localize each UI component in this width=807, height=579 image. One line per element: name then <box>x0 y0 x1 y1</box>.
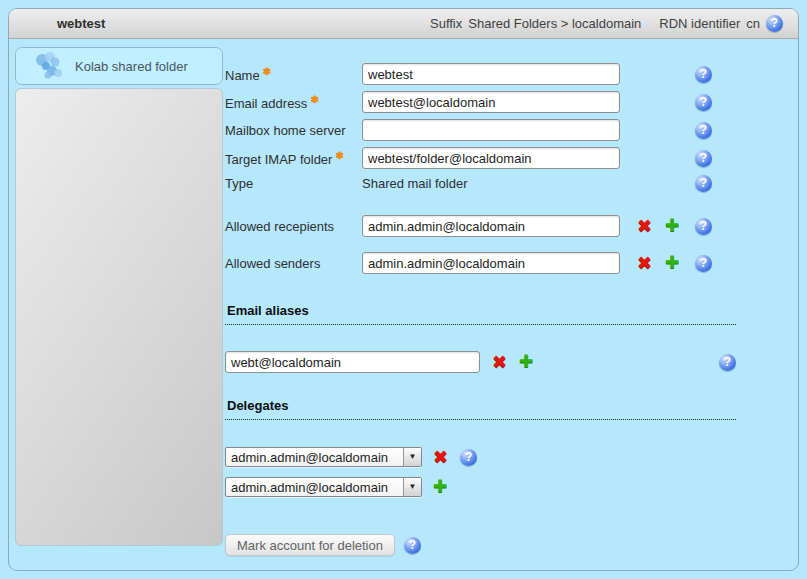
titlebar-info: Suffix Shared Folders > localdomain RDN … <box>430 15 783 32</box>
help-icon[interactable]: ? <box>695 255 712 272</box>
add-icon[interactable]: ✚ <box>665 254 679 272</box>
remove-icon[interactable]: ✖ <box>492 353 507 371</box>
field-row-email-address: Email address✱ ? <box>225 91 712 113</box>
delegate-row: admin.admin@localdomain ▼ ✚ <box>225 477 736 497</box>
help-icon[interactable]: ? <box>695 218 712 235</box>
chevron-down-icon: ▼ <box>409 453 417 461</box>
remove-icon[interactable]: ✖ <box>637 254 652 272</box>
help-icon[interactable]: ? <box>695 150 712 167</box>
email-address-label: Email address <box>225 96 307 111</box>
email-alias-row: ✖ ✚ ? <box>225 351 736 373</box>
page-title: webtest <box>57 16 105 31</box>
help-icon[interactable]: ? <box>404 537 421 554</box>
mailbox-home-server-label: Mailbox home server <box>225 123 346 138</box>
sidebar-panel <box>15 88 223 546</box>
field-row-type: Type Shared mail folder ? <box>225 175 712 191</box>
help-icon[interactable]: ? <box>719 354 736 371</box>
help-icon[interactable]: ? <box>695 66 712 83</box>
section-email-aliases: Email aliases ✖ ✚ ? <box>225 303 736 373</box>
field-row-mailbox-home-server: Mailbox home server ? <box>225 119 712 141</box>
delegates-title: Delegates <box>225 398 736 420</box>
tab-label: Kolab shared folder <box>75 59 188 74</box>
mailbox-home-server-input[interactable] <box>362 119 620 141</box>
help-icon[interactable]: ? <box>460 449 477 466</box>
required-icon: ✱ <box>335 150 343 161</box>
required-icon: ✱ <box>263 66 271 77</box>
allowed-recipients-input[interactable] <box>362 215 620 237</box>
chevron-down-icon: ▼ <box>409 483 417 491</box>
name-input[interactable] <box>362 63 620 85</box>
rdn-identifier-label: RDN identifier <box>659 16 740 31</box>
allowed-senders-input[interactable] <box>362 252 620 274</box>
delegate-row: admin.admin@localdomain ▼ ✖ ? <box>225 447 736 467</box>
remove-icon[interactable]: ✖ <box>433 448 448 466</box>
required-icon: ✱ <box>310 94 318 105</box>
delegate-select-2[interactable]: admin.admin@localdomain ▼ <box>225 477 422 497</box>
field-row-allowed-recipients: Allowed recepients ✖ ✚ ? <box>225 215 712 237</box>
name-label: Name <box>225 68 260 83</box>
add-icon[interactable]: ✚ <box>519 353 533 371</box>
allowed-recipients-label: Allowed recepients <box>225 219 334 234</box>
form: Name✱ ? Email address✱ ? Mailbox home se… <box>225 63 736 556</box>
target-imap-folder-label: Target IMAP folder <box>225 152 332 167</box>
sidebar: Kolab shared folder <box>15 47 223 546</box>
add-icon[interactable]: ✚ <box>665 217 679 235</box>
mark-deletion-button[interactable]: Mark account for deletion <box>225 534 395 556</box>
window: webtest Suffix Shared Folders > localdom… <box>8 8 799 571</box>
remove-icon[interactable]: ✖ <box>637 217 652 235</box>
email-address-input[interactable] <box>362 91 620 113</box>
type-label: Type <box>225 176 253 191</box>
delegate-select-value: admin.admin@localdomain <box>226 480 403 495</box>
tab-kolab-shared-folder[interactable]: Kolab shared folder <box>15 47 223 85</box>
email-alias-input[interactable] <box>225 351 480 373</box>
field-row-allowed-senders: Allowed senders ✖ ✚ ? <box>225 252 712 274</box>
target-imap-folder-input[interactable] <box>362 147 620 169</box>
help-icon[interactable]: ? <box>695 94 712 111</box>
suffix-label: Suffix <box>430 16 462 31</box>
suffix-value: Shared Folders > localdomain <box>468 16 641 31</box>
delegate-select-1[interactable]: admin.admin@localdomain ▼ <box>225 447 422 467</box>
field-row-name: Name✱ ? <box>225 63 712 85</box>
actions-row: Mark account for deletion ? <box>225 534 736 556</box>
email-aliases-title: Email aliases <box>225 303 736 325</box>
add-icon[interactable]: ✚ <box>433 478 447 496</box>
allowed-senders-label: Allowed senders <box>225 256 320 271</box>
section-delegates: Delegates admin.admin@localdomain ▼ ✖ ? … <box>225 398 736 497</box>
help-icon[interactable]: ? <box>695 122 712 139</box>
kolab-folder-icon <box>33 50 63 82</box>
delegate-select-value: admin.admin@localdomain <box>226 450 403 465</box>
type-value: Shared mail folder <box>362 176 468 191</box>
titlebar: webtest Suffix Shared Folders > localdom… <box>9 9 798 39</box>
rdn-identifier-value: cn <box>746 16 760 31</box>
help-icon[interactable]: ? <box>766 15 783 32</box>
field-row-target-imap-folder: Target IMAP folder✱ ? <box>225 147 712 169</box>
help-icon[interactable]: ? <box>695 175 712 192</box>
